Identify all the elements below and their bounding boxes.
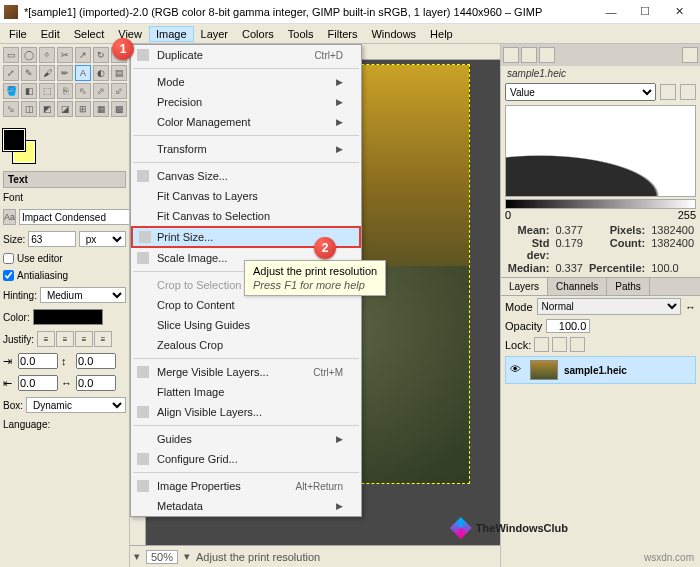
- menu-item-icon: [137, 366, 149, 378]
- menu-item-label: Image Properties: [157, 480, 241, 492]
- tool-button[interactable]: ◧: [21, 83, 37, 99]
- hinting-select[interactable]: Medium: [40, 287, 126, 303]
- menu-item-slice-using-guides[interactable]: Slice Using Guides: [131, 315, 361, 335]
- lock-alpha-icon[interactable]: [570, 337, 585, 352]
- menu-edit[interactable]: Edit: [34, 26, 67, 42]
- eye-icon[interactable]: 👁: [510, 363, 524, 377]
- close-button[interactable]: ✕: [662, 1, 696, 23]
- menu-item-configure-grid[interactable]: Configure Grid...: [131, 449, 361, 469]
- text-color-box[interactable]: [33, 309, 103, 325]
- tool-button[interactable]: ⬁: [75, 83, 91, 99]
- menu-item-guides[interactable]: Guides▶: [131, 429, 361, 449]
- indent2-input[interactable]: [76, 353, 116, 369]
- tool-button[interactable]: 🪣: [3, 83, 19, 99]
- menu-layer[interactable]: Layer: [194, 26, 236, 42]
- menu-item-precision[interactable]: Precision▶: [131, 92, 361, 112]
- indent3-input[interactable]: [18, 375, 58, 391]
- opacity-value[interactable]: 100.0: [546, 319, 590, 333]
- tool-button[interactable]: ◫: [21, 101, 37, 117]
- maximize-button[interactable]: ☐: [628, 1, 662, 23]
- dock-tab-icon[interactable]: [521, 47, 537, 63]
- justify-left-button[interactable]: ≡: [37, 331, 55, 347]
- menu-help[interactable]: Help: [423, 26, 460, 42]
- menu-item-align-visible-layers[interactable]: Align Visible Layers...: [131, 402, 361, 422]
- tool-button[interactable]: ⬚: [39, 83, 55, 99]
- use-editor-checkbox[interactable]: [3, 253, 14, 264]
- tool-button[interactable]: ◪: [57, 101, 73, 117]
- tool-button[interactable]: ⎘: [57, 83, 73, 99]
- histogram-linear-icon[interactable]: [660, 84, 676, 100]
- menu-item-image-properties[interactable]: Image PropertiesAlt+Return: [131, 476, 361, 496]
- justify-center-button[interactable]: ≡: [75, 331, 93, 347]
- minimize-button[interactable]: —: [594, 1, 628, 23]
- menu-select[interactable]: Select: [67, 26, 112, 42]
- tool-button[interactable]: ▭: [3, 47, 19, 63]
- tool-button[interactable]: ✧: [39, 47, 55, 63]
- tool-button[interactable]: 🖌: [39, 65, 55, 81]
- menu-item-crop-to-content[interactable]: Crop to Content: [131, 295, 361, 315]
- histogram[interactable]: [505, 105, 696, 197]
- font-input[interactable]: [19, 209, 130, 225]
- zoom-level[interactable]: 50%: [146, 550, 178, 564]
- menu-item-duplicate[interactable]: DuplicateCtrl+D: [131, 45, 361, 65]
- fg-color-swatch[interactable]: [3, 129, 25, 151]
- mode-select[interactable]: Normal: [537, 298, 681, 315]
- box-select[interactable]: Dynamic: [26, 397, 126, 413]
- tool-button[interactable]: ✎: [21, 65, 37, 81]
- size-input[interactable]: [28, 231, 75, 247]
- justify-fill-button[interactable]: ≡: [94, 331, 112, 347]
- menu-windows[interactable]: Windows: [364, 26, 423, 42]
- tool-button[interactable]: ⬂: [3, 101, 19, 117]
- dock-tab-icon[interactable]: [503, 47, 519, 63]
- menu-item-metadata[interactable]: Metadata▶: [131, 496, 361, 516]
- tool-button[interactable]: ▤: [111, 65, 127, 81]
- tool-button[interactable]: ✂: [57, 47, 73, 63]
- lock-position-icon[interactable]: [552, 337, 567, 352]
- menu-colors[interactable]: Colors: [235, 26, 281, 42]
- font-icon[interactable]: Aa: [3, 209, 16, 225]
- menu-item-mode[interactable]: Mode▶: [131, 72, 361, 92]
- menu-item-fit-canvas-to-layers[interactable]: Fit Canvas to Layers: [131, 186, 361, 206]
- justify-right-button[interactable]: ≡: [56, 331, 74, 347]
- submenu-arrow-icon: ▶: [336, 77, 343, 87]
- menu-item-transform[interactable]: Transform▶: [131, 139, 361, 159]
- dock-tab-icon[interactable]: [539, 47, 555, 63]
- histogram-channel-select[interactable]: Value: [505, 83, 656, 101]
- tool-button[interactable]: ⬀: [93, 83, 109, 99]
- color-swatches[interactable]: [3, 129, 43, 163]
- tool-button[interactable]: ⊞: [75, 101, 91, 117]
- tool-button[interactable]: ◐: [93, 65, 109, 81]
- tool-button[interactable]: ▩: [111, 101, 127, 117]
- tab-channels[interactable]: Channels: [548, 278, 607, 295]
- size-unit-select[interactable]: px: [79, 231, 126, 247]
- tool-button[interactable]: A: [75, 65, 91, 81]
- menu-tools[interactable]: Tools: [281, 26, 321, 42]
- histogram-log-icon[interactable]: [680, 84, 696, 100]
- indent4-input[interactable]: [76, 375, 116, 391]
- menu-item-zealous-crop[interactable]: Zealous Crop: [131, 335, 361, 355]
- antialias-checkbox[interactable]: [3, 270, 14, 281]
- tool-button[interactable]: ◩: [39, 101, 55, 117]
- tool-button[interactable]: ↻: [93, 47, 109, 63]
- tool-button[interactable]: ◯: [21, 47, 37, 63]
- lock-pixels-icon[interactable]: [534, 337, 549, 352]
- tool-button[interactable]: ⤢: [3, 65, 19, 81]
- menu-item-flatten-image[interactable]: Flatten Image: [131, 382, 361, 402]
- tool-button[interactable]: ▦: [93, 101, 109, 117]
- menu-item-fit-canvas-to-selection[interactable]: Fit Canvas to Selection: [131, 206, 361, 226]
- menu-image[interactable]: Image: [149, 26, 194, 42]
- indent1-input[interactable]: [18, 353, 58, 369]
- menu-item-merge-visible-layers[interactable]: Merge Visible Layers...Ctrl+M: [131, 362, 361, 382]
- menu-file[interactable]: File: [2, 26, 34, 42]
- tool-button[interactable]: ✏: [57, 65, 73, 81]
- menu-filters[interactable]: Filters: [321, 26, 365, 42]
- layer-item[interactable]: 👁 sample1.heic: [505, 356, 696, 384]
- tab-layers[interactable]: Layers: [501, 278, 548, 295]
- tab-paths[interactable]: Paths: [607, 278, 650, 295]
- layer-name[interactable]: sample1.heic: [564, 365, 627, 376]
- tool-button[interactable]: ⬃: [111, 83, 127, 99]
- menu-item-color-management[interactable]: Color Management▶: [131, 112, 361, 132]
- dock-menu-icon[interactable]: [682, 47, 698, 63]
- tool-button[interactable]: ↗: [75, 47, 91, 63]
- menu-item-canvas-size[interactable]: Canvas Size...: [131, 166, 361, 186]
